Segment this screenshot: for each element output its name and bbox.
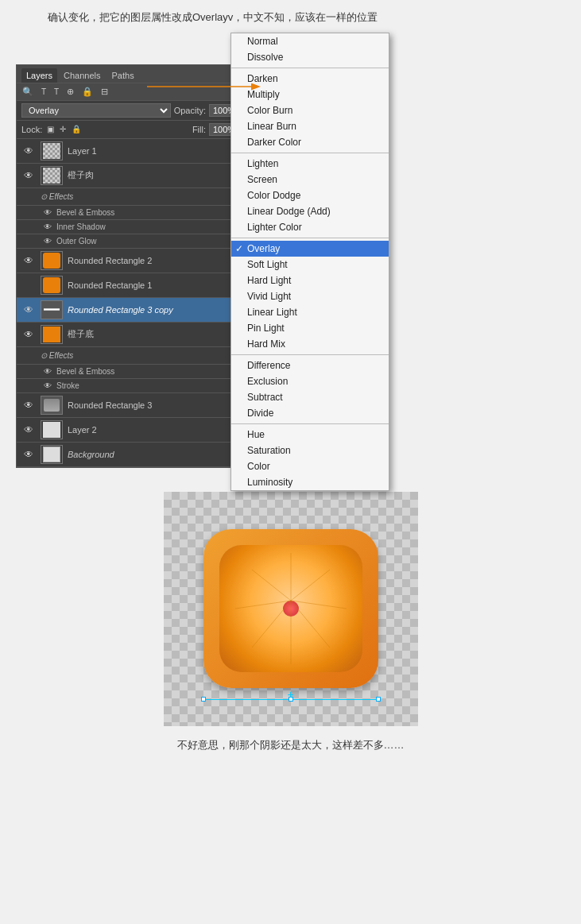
menu-item-soft-light[interactable]: Soft Light [231,257,389,273]
layer-row-background[interactable]: 👁 Background 🔒 [17,443,246,467]
fill-label: Fill: [192,125,206,134]
layer-icon-3[interactable]: T [52,87,61,97]
layer-row-rr2[interactable]: 👁 Rounded Rectangle 2 [17,249,246,273]
layer-thumb-background [41,445,63,464]
layer-row-layer1[interactable]: 👁 Layer 1 [17,139,246,164]
menu-item-subtract[interactable]: Subtract [231,389,389,405]
menu-item-exclusion[interactable]: Exclusion [231,373,389,389]
effect-eye-1[interactable]: 👁 [44,208,56,217]
separator-5 [231,423,389,424]
menu-item-color-dodge[interactable]: Color Dodge [231,188,389,203]
handle-tl[interactable] [201,697,206,702]
eye-icon-orange-peel[interactable]: 👁 [21,168,36,183]
menu-item-hue[interactable]: Hue [231,427,389,443]
menu-item-linear-dodge[interactable]: Linear Dodge (Add) [231,203,389,219]
effect-bevel-emboss-1[interactable]: 👁 Bevel & Emboss [17,206,246,220]
eye-icon-layer1[interactable]: 👁 [21,144,36,158]
handle-tr[interactable] [376,697,381,702]
effects-label: ⊙ Effects [41,192,73,201]
menu-item-darken[interactable]: Darken [231,71,389,87]
lock-fill-row: Lock: ▣ ✛ 🔒 Fill: 100% [17,121,246,139]
svg-line-6 [252,601,291,648]
menu-item-lighter-color[interactable]: Lighter Color [231,219,389,235]
bottom-annotation: 不好意思，刚那个阴影还是太大，这样差不多…… [161,726,420,760]
orange-outer [203,529,378,688]
effects-row-bottom-orange[interactable]: ⊙ Effects [17,347,246,365]
photoshop-canvas: + [164,492,418,726]
layer-icon-2[interactable]: T [39,87,48,97]
menu-item-screen[interactable]: Screen [231,172,389,188]
menu-item-color-burn[interactable]: Color Burn [231,102,389,118]
tab-channels[interactable]: Channels [59,68,105,83]
eye-icon-rr3[interactable]: 👁 [21,398,36,412]
effect-outer-glow[interactable]: 👁 Outer Glow [17,234,246,249]
opacity-label: Opacity: [174,106,206,115]
menu-item-luminosity[interactable]: Luminosity [231,474,389,490]
lock-pixels-icon[interactable]: ▣ [45,124,56,134]
layer-row-orange-peel[interactable]: 👁 橙子肉 fx [17,164,246,188]
layer-icon-6[interactable]: ⊟ [99,86,110,98]
menu-item-darker-color[interactable]: Darker Color [231,134,389,150]
layer-row-rr3copy[interactable]: 👁 Rounded Rectangle 3 copy [17,298,246,323]
menu-item-linear-burn[interactable]: Linear Burn [231,118,389,134]
separator-4 [231,354,389,355]
effect-name-2: Inner Shadow [56,222,106,231]
svg-line-8 [252,570,291,601]
tab-paths[interactable]: Paths [107,68,139,83]
menu-item-normal[interactable]: Normal [231,33,389,49]
menu-item-lighten[interactable]: Lighten [231,156,389,172]
menu-item-pin-light[interactable]: Pin Light [231,320,389,336]
eye-icon-rr1[interactable] [21,278,36,292]
menu-item-hard-light[interactable]: Hard Light [231,273,389,288]
top-annotation: 确认变化，把它的图层属性改成Overlayv，中文不知，应该在一样的位置 [0,0,581,33]
effect-stroke[interactable]: 👁 Stroke [17,379,246,393]
menu-item-multiply[interactable]: Multiply [231,87,389,102]
effects-row-orange-peel[interactable]: ⊙ Effects [17,188,246,206]
layer-name-bottom-orange: 橙子底 [68,328,231,340]
menu-item-overlay[interactable]: Overlay [231,241,389,257]
blend-mode-select[interactable]: Overlay [21,103,171,118]
layer-name-rr1: Rounded Rectangle 1 [68,280,241,290]
layer-thumb-rr3 [41,396,63,415]
layer-thumb-layer2 [41,420,63,439]
orange-slice-image [188,505,394,712]
layers-panel: Layers Channels Paths ≡ 🔍 T T ⊕ 🔒 ⊟ Over… [16,64,246,468]
lock-all-icon[interactable]: 🔒 [70,124,83,134]
layer-icon-4[interactable]: ⊕ [64,86,76,98]
menu-item-vivid-light[interactable]: Vivid Light [231,288,389,304]
layer-row-layer2[interactable]: 👁 Layer 2 [17,418,246,443]
effect-eye-4[interactable]: 👁 [44,367,56,376]
layer-icon-5[interactable]: 🔒 [79,86,95,98]
menu-item-hard-mix[interactable]: Hard Mix [231,336,389,352]
effect-inner-shadow[interactable]: 👁 Inner Shadow [17,220,246,234]
effect-eye-5[interactable]: 👁 [44,381,56,390]
layer-row-bottom-orange[interactable]: 👁 橙子底 fx [17,323,246,347]
layer-row-rr1[interactable]: Rounded Rectangle 1 [17,273,246,298]
effect-name-3: Outer Glow [56,237,97,245]
eye-icon-bottom-orange[interactable]: 👁 [21,327,36,342]
tab-layers[interactable]: Layers [21,68,57,83]
effect-bevel-emboss-2[interactable]: 👁 Bevel & Emboss [17,365,246,379]
blend-mode-dropdown: Normal Dissolve Darken Multiply Color Bu… [230,33,389,491]
lock-move-icon[interactable]: ✛ [58,124,68,134]
eye-icon-rr2[interactable]: 👁 [21,253,36,268]
layer-name-orange-peel: 橙子肉 [68,169,231,181]
menu-item-dissolve[interactable]: Dissolve [231,49,389,65]
eye-icon-layer2[interactable]: 👁 [21,423,36,437]
menu-item-saturation[interactable]: Saturation [231,443,389,458]
layer-thumb-rr1 [41,276,63,295]
blend-opacity-row: Overlay Opacity: 100% [17,101,246,121]
effect-eye-3[interactable]: 👁 [44,237,56,245]
layer-icon-1[interactable]: 🔍 [20,86,36,98]
eye-icon-background[interactable]: 👁 [21,447,36,462]
layer-icons-row: 🔍 T T ⊕ 🔒 ⊟ [17,83,246,101]
menu-item-linear-light[interactable]: Linear Light [231,304,389,320]
svg-line-4 [291,601,330,648]
menu-item-divide[interactable]: Divide [231,405,389,421]
menu-item-difference[interactable]: Difference [231,358,389,373]
layer-row-rr3[interactable]: 👁 Rounded Rectangle 3 [17,393,246,418]
menu-item-color[interactable]: Color [231,458,389,474]
orange-segments [219,545,362,672]
effect-eye-2[interactable]: 👁 [44,222,56,231]
eye-icon-rr3copy[interactable]: 👁 [21,303,36,317]
